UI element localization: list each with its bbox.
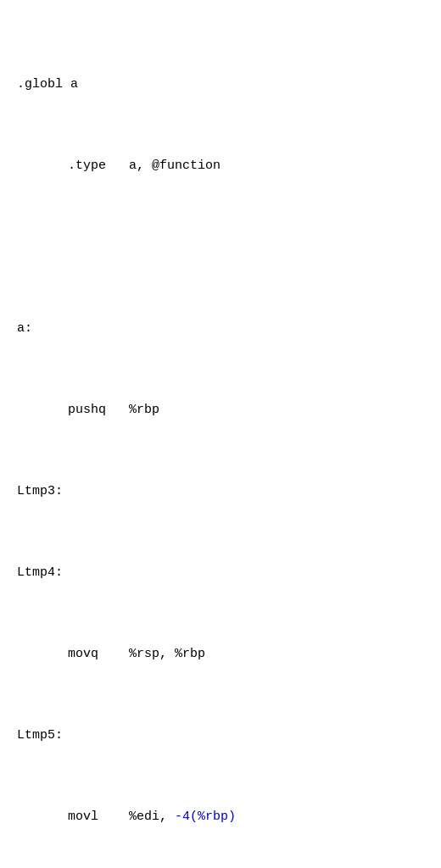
line-type-text: .type: [68, 156, 106, 176]
line-Ltmp5: Ltmp5:: [17, 726, 424, 746]
line-movl1: movl %edi, -4(%rbp): [17, 807, 424, 827]
line-type: .type a, @function: [17, 156, 424, 176]
line-Ltmp4: Ltmp4:: [17, 563, 424, 583]
pushq-args: %rbp: [106, 400, 159, 420]
line-a-label: a:: [17, 319, 424, 339]
line-globl: .globl a: [17, 75, 424, 95]
a-label-text: a:: [17, 319, 32, 339]
line-pushq: pushq %rbp: [17, 400, 424, 420]
line-Ltmp3: Ltmp3:: [17, 481, 424, 502]
movl1-args2: -4(%rbp): [175, 807, 236, 827]
line-type-args: a, @function: [106, 156, 220, 176]
pushq-op: pushq: [68, 400, 106, 420]
Ltmp4-text: Ltmp4:: [17, 563, 63, 583]
movq-args: %rsp, %rbp: [98, 644, 205, 665]
movl1-op: movl: [68, 807, 98, 827]
code-container: .globl a .type a, @function a: pushq %rb…: [17, 14, 424, 868]
Ltmp3-text: Ltmp3:: [17, 481, 63, 502]
line-movq: movq %rsp, %rbp: [17, 644, 424, 665]
line-blank1: [17, 237, 424, 258]
movq-op: movq: [68, 644, 98, 665]
movl1-args1: %edi,: [98, 807, 175, 827]
line-globl-text: .globl a: [17, 75, 78, 95]
Ltmp5-text: Ltmp5:: [17, 726, 63, 746]
